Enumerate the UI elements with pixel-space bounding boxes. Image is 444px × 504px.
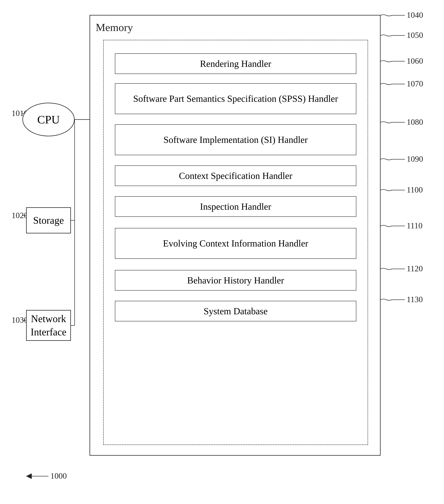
memory-label: Memory bbox=[96, 21, 133, 34]
spss-handler-label: Software Part Semantics Specification (S… bbox=[133, 93, 338, 105]
si-handler-box: Software Implementation (SI) Handler bbox=[115, 124, 356, 155]
behavior-handler-box: Behavior History Handler bbox=[115, 270, 356, 290]
svg-text:1050: 1050 bbox=[407, 31, 423, 40]
cpu-component: CPU bbox=[22, 103, 75, 136]
rendering-handler-label: Rendering Handler bbox=[200, 58, 271, 70]
storage-component: Storage bbox=[26, 207, 71, 234]
svg-text:1090: 1090 bbox=[407, 154, 423, 163]
svg-text:1100: 1100 bbox=[407, 185, 423, 194]
svg-text:1030: 1030 bbox=[12, 315, 28, 324]
system-database-label: System Database bbox=[204, 305, 268, 317]
evolving-handler-box: Evolving Context Information Handler bbox=[115, 228, 356, 259]
inspection-handler-label: Inspection Handler bbox=[200, 200, 271, 213]
inner-dashed-box: Rendering Handler Software Part Semantic… bbox=[103, 40, 368, 445]
svg-text:1120: 1120 bbox=[407, 264, 423, 273]
behavior-handler-label: Behavior History Handler bbox=[187, 274, 284, 287]
storage-label: Storage bbox=[33, 215, 64, 226]
svg-text:1130: 1130 bbox=[407, 295, 423, 304]
spss-handler-box: Software Part Semantics Specification (S… bbox=[115, 83, 356, 114]
network-label: Network Interface bbox=[27, 312, 70, 338]
svg-text:1020: 1020 bbox=[12, 211, 28, 220]
svg-text:1080: 1080 bbox=[407, 117, 423, 126]
context-spec-handler-box: Context Specification Handler bbox=[115, 165, 356, 186]
evolving-handler-label: Evolving Context Information Handler bbox=[163, 237, 308, 250]
rendering-handler-box: Rendering Handler bbox=[115, 54, 356, 74]
svg-text:1110: 1110 bbox=[407, 221, 423, 230]
svg-text:1070: 1070 bbox=[407, 79, 423, 88]
svg-text:1000: 1000 bbox=[50, 471, 67, 481]
svg-text:1040: 1040 bbox=[407, 11, 423, 20]
system-database-box: System Database bbox=[115, 301, 356, 321]
si-handler-label: Software Implementation (SI) Handler bbox=[163, 134, 308, 146]
cpu-label: CPU bbox=[37, 113, 60, 126]
inspection-handler-box: Inspection Handler bbox=[115, 196, 356, 217]
svg-text:1060: 1060 bbox=[407, 56, 423, 66]
context-spec-handler-label: Context Specification Handler bbox=[179, 170, 292, 182]
memory-outer-box: Memory Rendering Handler Software Part S… bbox=[89, 15, 381, 456]
network-component: Network Interface bbox=[26, 310, 71, 341]
svg-marker-47 bbox=[26, 473, 32, 479]
